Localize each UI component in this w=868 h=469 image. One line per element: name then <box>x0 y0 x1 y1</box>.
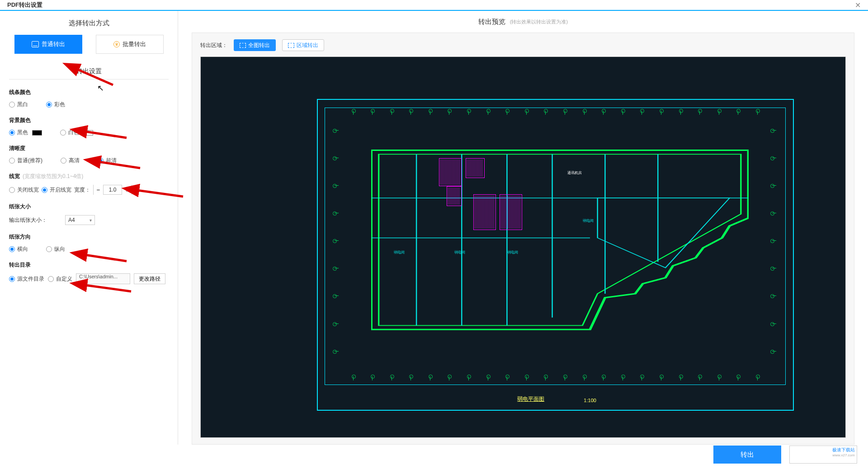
radio-bw-label: 黑白 <box>17 101 28 108</box>
radio-bg-black-label: 黑色 <box>17 129 28 136</box>
plan-title: 弱电平面图 <box>517 395 544 403</box>
dialog-title: PDF转出设置 <box>7 1 42 9</box>
radio-lw-off[interactable]: 关闭线宽 <box>9 186 39 194</box>
region-area-icon <box>288 43 294 48</box>
radio-clarity-hd[interactable]: 高清 <box>61 157 80 164</box>
preview-hint: (转出效果以转出设置为准) <box>510 19 568 25</box>
radio-customdir[interactable]: 自定义 <box>48 275 72 283</box>
full-area-button[interactable]: 全图转出 <box>234 39 276 51</box>
grid-ticks-left <box>335 130 339 352</box>
path-input[interactable]: C:\Users\admin... <box>76 273 130 284</box>
paper-out-label: 输出纸张大小： <box>9 216 47 224</box>
width-prefix: 宽度： <box>74 186 90 194</box>
stepper-plus[interactable]: + <box>122 185 132 195</box>
normal-export-icon <box>32 41 39 47</box>
full-area-label: 全图转出 <box>248 42 270 49</box>
radio-clarity-hd-label: 高清 <box>69 157 80 164</box>
drawing-frame: 弱电间 弱电间 弱电间 弱电间 通讯机房 弱电平面图 1:100 <box>317 99 794 411</box>
grid-ticks-right <box>772 130 776 352</box>
radio-clarity-normal-label: 普通(推荐) <box>17 157 42 164</box>
crown-icon: ♛ <box>113 41 120 47</box>
export-button[interactable]: 转出 <box>713 446 781 464</box>
radio-bg-black[interactable]: 黑色 <box>9 129 42 136</box>
radio-srcdir-label: 源文件目录 <box>17 275 44 283</box>
paper-size-value: A4 <box>68 217 75 223</box>
method-title: 选择转出方式 <box>9 19 169 28</box>
sidebar: 选择转出方式 普通转出 ♛ 批量转出 转出设置 线条颜色 黑白 彩色 背景颜色 … <box>0 11 178 445</box>
line-color-label: 线条颜色 <box>9 89 169 96</box>
watermark: 极速下载站 www.x27.com <box>832 447 855 457</box>
radio-portrait[interactable]: 纵向 <box>46 245 65 253</box>
stepper-minus[interactable]: − <box>94 185 104 195</box>
chevron-down-icon: ▾ <box>90 218 92 223</box>
preview-title: 转出预览 <box>478 18 505 26</box>
orient-label: 纸张方向 <box>9 233 169 241</box>
radio-color-label: 彩色 <box>54 101 65 108</box>
bg-color-label: 背景颜色 <box>9 117 169 124</box>
outdir-label: 转出目录 <box>9 261 169 269</box>
stepper-value: 1.0 <box>104 187 122 193</box>
cancel-button[interactable]: 极速下载站 www.x27.com <box>789 446 857 464</box>
line-width-stepper[interactable]: − 1.0 + <box>93 185 132 195</box>
change-path-button[interactable]: 更改路径 <box>134 273 165 284</box>
divider <box>9 79 169 80</box>
full-area-icon <box>240 43 246 48</box>
drawing-inner-frame: 弱电间 弱电间 弱电间 弱电间 通讯机房 <box>325 108 786 385</box>
radio-landscape-label: 横向 <box>17 245 28 253</box>
radio-srcdir[interactable]: 源文件目录 <box>9 275 44 283</box>
building-plan: 弱电间 弱电间 弱电间 弱电间 通讯机房 <box>371 138 749 338</box>
white-swatch <box>83 130 93 136</box>
area-label: 转出区域： <box>200 42 227 49</box>
clarity-label: 清晰度 <box>9 145 169 152</box>
radio-clarity-normal[interactable]: 普通(推荐) <box>9 157 42 164</box>
grid-ticks-top <box>353 111 758 115</box>
width-unit: 倍 <box>135 186 140 194</box>
preview-canvas[interactable]: 弱电间 弱电间 弱电间 弱电间 通讯机房 弱电平面图 1:100 <box>200 56 846 438</box>
line-width-hint: (宽度缩放范围为0.1~4倍) <box>23 173 83 179</box>
radio-customdir-label: 自定义 <box>56 275 72 283</box>
line-width-label: 线宽(宽度缩放范围为0.1~4倍) <box>9 173 169 180</box>
radio-bg-white[interactable]: 白色 <box>60 129 93 136</box>
close-icon[interactable]: ✕ <box>855 1 861 9</box>
grid-ticks-bottom <box>353 376 758 380</box>
tab-batch-label: 批量转出 <box>123 40 146 48</box>
tab-normal-export[interactable]: 普通转出 <box>14 35 82 54</box>
radio-bw[interactable]: 黑白 <box>9 101 28 108</box>
region-area-label: 区域转出 <box>297 42 318 49</box>
tab-normal-label: 普通转出 <box>42 40 65 48</box>
settings-title: 转出设置 <box>9 67 169 75</box>
plan-scale: 1:100 <box>584 398 596 403</box>
preview-panel: 转出预览 (转出效果以转出设置为准) 转出区域： 全图转出 区域转出 <box>178 11 868 445</box>
region-area-button[interactable]: 区域转出 <box>282 39 324 51</box>
radio-color[interactable]: 彩色 <box>46 101 65 108</box>
radio-landscape[interactable]: 横向 <box>9 245 28 253</box>
radio-clarity-uhd[interactable]: 超清 <box>98 157 117 164</box>
black-swatch <box>32 130 42 136</box>
radio-clarity-uhd-label: 超清 <box>106 157 117 164</box>
radio-lw-on-label: 开启线宽 <box>50 186 71 194</box>
paper-label: 纸张大小 <box>9 203 169 211</box>
radio-lw-on[interactable]: 开启线宽 <box>42 186 71 194</box>
tab-batch-export[interactable]: ♛ 批量转出 <box>96 35 164 54</box>
paper-size-select[interactable]: A4 ▾ <box>65 215 95 225</box>
radio-lw-off-label: 关闭线宽 <box>17 186 39 194</box>
radio-portrait-label: 纵向 <box>54 245 65 253</box>
radio-bg-white-label: 白色 <box>68 129 79 136</box>
